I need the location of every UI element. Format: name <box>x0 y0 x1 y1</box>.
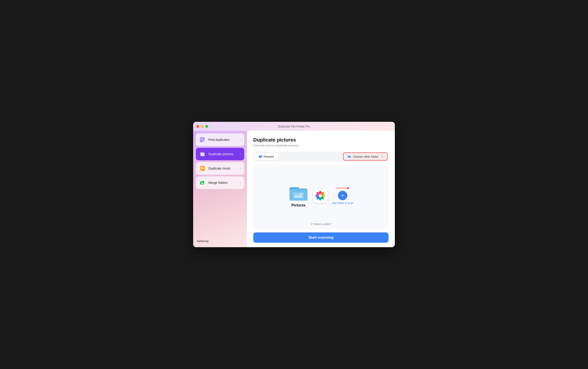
minimize-button[interactable] <box>201 125 204 128</box>
svg-rect-12 <box>259 155 262 158</box>
add-folder-button[interactable]: + <box>338 191 347 200</box>
add-folder-area: + Add folder to scan <box>332 187 354 205</box>
find-duplicates-icon <box>199 136 206 143</box>
find-duplicates-chevron: › <box>240 138 241 141</box>
brand-logo: nektony <box>196 237 244 245</box>
duplicate-music-icon <box>199 165 206 172</box>
title-bar: Duplicate File Finder Pro <box>193 122 395 131</box>
folder-icon <box>347 155 351 158</box>
sidebar: Find duplicates › Duplicate pictures <box>193 131 247 247</box>
svg-point-9 <box>203 153 204 154</box>
pictures-tab-icon <box>259 155 262 158</box>
merge-folders-icon <box>199 179 206 186</box>
svg-rect-1 <box>201 138 203 139</box>
sidebar-item-duplicate-music[interactable]: Duplicate music › <box>196 162 244 175</box>
photos-app-icon <box>313 189 327 203</box>
sidebar-item-duplicate-pictures[interactable]: Duplicate pictures › <box>196 148 244 160</box>
duplicate-music-chevron: › <box>240 167 241 170</box>
menu-lines-icon: ≡ <box>382 155 383 158</box>
folders-container: Pictures <box>288 184 354 207</box>
pictures-folder-icon <box>288 184 309 202</box>
photos-icon-svg <box>315 190 326 201</box>
arrow-line <box>336 188 347 188</box>
svg-rect-14 <box>293 193 304 198</box>
arrow-head <box>347 187 350 189</box>
tab-bar: Pictures Choose other folder ≡ <box>253 152 388 162</box>
content-header: Duplicate pictures Find and remove dupli… <box>253 137 388 147</box>
sidebar-item-merge-folders[interactable]: Merge folders › <box>196 176 244 189</box>
start-scanning-button[interactable]: Start scanning <box>253 232 388 243</box>
page-title: Duplicate pictures <box>253 137 388 143</box>
main-content: Find duplicates › Duplicate pictures <box>193 131 395 247</box>
svg-point-13 <box>261 156 262 156</box>
choose-other-folder-button[interactable]: Choose other folder ≡ <box>343 153 388 161</box>
duplicate-pictures-icon <box>199 151 206 158</box>
svg-point-24 <box>319 194 322 197</box>
pictures-folder-name: Pictures <box>291 203 305 207</box>
sidebar-nav: Find duplicates › Duplicate pictures <box>196 133 244 237</box>
folders-count: 2 folders added <box>311 222 331 226</box>
tab-pictures[interactable]: Pictures <box>254 153 279 160</box>
folder-svg <box>288 184 309 202</box>
find-duplicates-label: Find duplicates <box>208 138 240 142</box>
choose-folder-label: Choose other folder <box>353 155 378 158</box>
duplicate-music-label: Duplicate music <box>208 167 240 170</box>
red-arrow-indicator <box>336 187 350 189</box>
scan-area: Pictures <box>253 164 388 229</box>
traffic-lights <box>196 125 208 128</box>
add-folder-label: Add folder to scan <box>332 202 354 205</box>
svg-rect-2 <box>201 139 203 140</box>
merge-folders-label: Merge folders <box>208 181 240 184</box>
tab-pictures-label: Pictures <box>263 155 274 158</box>
duplicate-pictures-chevron: › <box>240 153 241 156</box>
window-title: Duplicate File Finder Pro <box>278 125 310 128</box>
sidebar-item-find-duplicates[interactable]: Find duplicates › <box>196 133 244 146</box>
app-window: Duplicate File Finder Pro <box>193 122 395 247</box>
svg-point-15 <box>300 193 302 195</box>
page-subtitle: Find and remove duplicate pictures <box>253 144 388 147</box>
pictures-folder-item: Pictures <box>288 184 309 207</box>
close-button[interactable] <box>196 125 199 128</box>
content-area: Duplicate pictures Find and remove dupli… <box>247 131 395 247</box>
maximize-button[interactable] <box>205 125 208 128</box>
duplicate-pictures-label: Duplicate pictures <box>208 152 240 156</box>
merge-folders-chevron: › <box>240 181 241 184</box>
